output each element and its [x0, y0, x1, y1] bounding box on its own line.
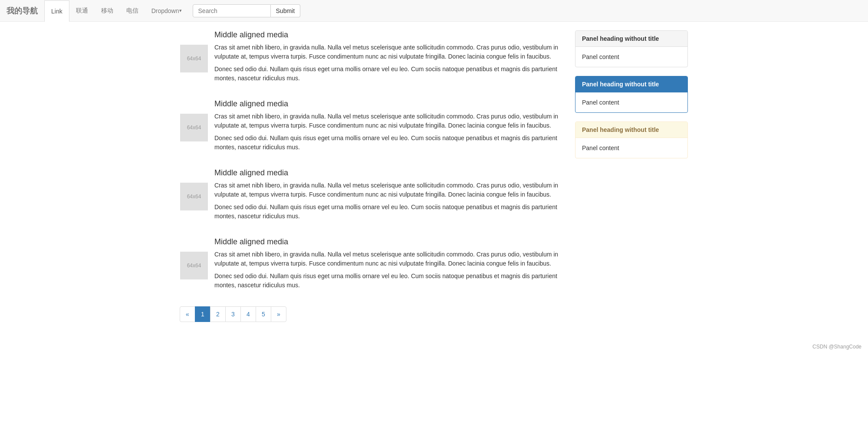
pagination-prev-link[interactable]: «: [180, 306, 195, 322]
page-container: 64x64 Middle aligned media Cras sit amet…: [174, 22, 694, 331]
media-thumb-1: 64x64: [180, 114, 208, 141]
panel-primary-heading: Panel heading without title: [575, 76, 687, 92]
thumb-label-3: 64x64: [187, 263, 201, 269]
pagination-prev: «: [180, 306, 195, 322]
thumb-label-0: 64x64: [187, 56, 201, 62]
pagination-next-link[interactable]: »: [271, 306, 286, 322]
pagination: « 1 2 3 4 5 »: [180, 306, 562, 322]
navbar-brand[interactable]: 我的导航: [7, 6, 44, 16]
media-para1-3: Cras sit amet nibh libero, in gravida nu…: [214, 250, 562, 268]
submit-button[interactable]: Submit: [271, 4, 301, 17]
pagination-next: »: [271, 306, 286, 322]
media-item-3: 64x64 Middle aligned media Cras sit amet…: [180, 237, 562, 293]
media-para2-3: Donec sed odio dui. Nullam quis risus eg…: [214, 272, 562, 290]
media-body-3: Middle aligned media Cras sit amet nibh …: [214, 237, 562, 293]
pagination-page-1-label[interactable]: 1: [195, 306, 210, 322]
media-title-0: Middle aligned media: [214, 30, 562, 39]
pagination-page-5-link[interactable]: 5: [256, 306, 271, 322]
panel-warning-body: Panel content: [575, 138, 687, 158]
nav-item-link: Link: [44, 0, 69, 21]
media-thumb-2: 64x64: [180, 183, 208, 210]
nav-link-dropdown[interactable]: Dropdown: [145, 0, 188, 21]
pagination-page-3-link[interactable]: 3: [225, 306, 241, 322]
media-title-3: Middle aligned media: [214, 237, 562, 246]
media-item-0: 64x64 Middle aligned media Cras sit amet…: [180, 30, 562, 86]
media-item-2: 64x64 Middle aligned media Cras sit amet…: [180, 168, 562, 224]
pagination-page-4: 4: [241, 306, 256, 322]
main-content: 64x64 Middle aligned media Cras sit amet…: [180, 30, 575, 322]
media-thumb-0: 64x64: [180, 45, 208, 72]
pagination-page-5: 5: [256, 306, 271, 322]
nav-search-form: Submit: [193, 4, 301, 17]
pagination-page-3: 3: [226, 306, 241, 322]
media-title-2: Middle aligned media: [214, 168, 562, 177]
media-title-1: Middle aligned media: [214, 99, 562, 108]
pagination-page-2: 2: [210, 306, 226, 322]
footer: CSDN @ShangCode: [0, 339, 868, 354]
sidebar: Panel heading without title Panel conten…: [575, 30, 688, 322]
pagination-page-1: 1: [195, 306, 210, 322]
nav-item-dropdown: Dropdown: [145, 0, 188, 21]
panel-warning: Panel heading without title Panel conten…: [575, 122, 688, 158]
media-para2-1: Donec sed odio dui. Nullam quis risus eg…: [214, 134, 562, 152]
panel-primary-body: Panel content: [575, 92, 687, 112]
panel-default-heading: Panel heading without title: [575, 31, 687, 47]
navbar: 我的导航 Link 联通 移动 电信 Dropdown Submit: [0, 0, 868, 22]
media-item-1: 64x64 Middle aligned media Cras sit amet…: [180, 99, 562, 155]
panel-default: Panel heading without title Panel conten…: [575, 30, 688, 67]
nav-link-link[interactable]: Link: [44, 0, 69, 22]
media-para2-2: Donec sed odio dui. Nullam quis risus eg…: [214, 203, 562, 221]
thumb-label-2: 64x64: [187, 194, 201, 200]
nav-item-dianxin: 电信: [120, 0, 145, 21]
pagination-page-4-link[interactable]: 4: [240, 306, 256, 322]
panel-warning-heading: Panel heading without title: [575, 122, 687, 138]
nav-item-yidong: 移动: [95, 0, 120, 21]
media-para1-1: Cras sit amet nibh libero, in gravida nu…: [214, 112, 562, 130]
thumb-label-1: 64x64: [187, 125, 201, 131]
nav-item-liantong: 联通: [69, 0, 95, 21]
nav-links: Link 联通 移动 电信 Dropdown: [44, 0, 188, 21]
pagination-page-2-link[interactable]: 2: [210, 306, 226, 322]
search-input[interactable]: [193, 4, 271, 17]
panel-default-body: Panel content: [575, 47, 687, 67]
footer-text: CSDN @ShangCode: [812, 344, 861, 350]
media-body-1: Middle aligned media Cras sit amet nibh …: [214, 99, 562, 155]
nav-link-dianxin[interactable]: 电信: [120, 0, 145, 21]
media-body-0: Middle aligned media Cras sit amet nibh …: [214, 30, 562, 86]
media-para1-2: Cras sit amet nibh libero, in gravida nu…: [214, 181, 562, 199]
media-body-2: Middle aligned media Cras sit amet nibh …: [214, 168, 562, 224]
media-para1-0: Cras sit amet nibh libero, in gravida nu…: [214, 43, 562, 61]
media-thumb-3: 64x64: [180, 252, 208, 279]
nav-link-yidong[interactable]: 移动: [95, 0, 120, 21]
nav-link-liantong[interactable]: 联通: [69, 0, 95, 21]
panel-primary: Panel heading without title Panel conten…: [575, 76, 688, 113]
media-para2-0: Donec sed odio dui. Nullam quis risus eg…: [214, 65, 562, 83]
